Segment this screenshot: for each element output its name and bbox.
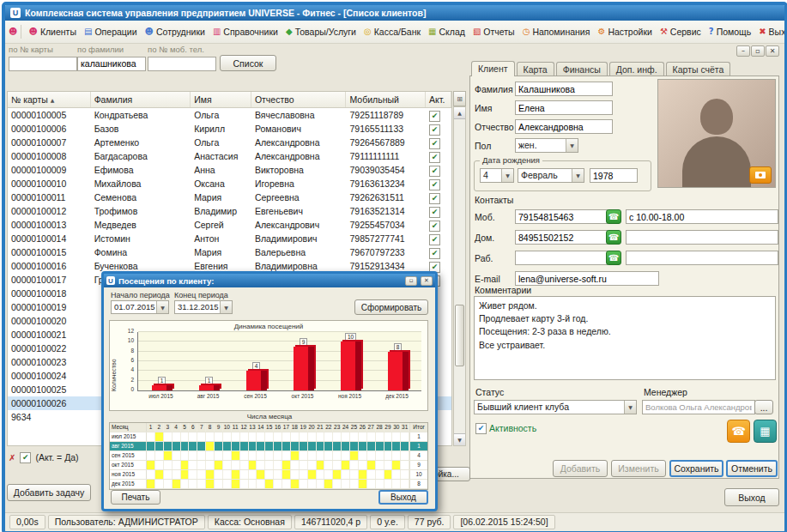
menu-item-reminders[interactable]: ◷Напоминания <box>519 24 594 39</box>
menu-item-reports[interactable]: ▧Отчеты <box>469 24 518 39</box>
act-checkbox[interactable]: ✔ <box>429 234 440 245</box>
menu-item-goods[interactable]: ◆Товары/Услуги <box>282 24 360 39</box>
chevron-down-icon[interactable]: ▼ <box>501 169 513 182</box>
menu-item-settings[interactable]: ⚙Настройки <box>594 24 655 39</box>
home-note-field[interactable] <box>626 230 778 245</box>
tab-finance[interactable]: Финансы <box>556 62 608 76</box>
column-header-name[interactable]: Имя <box>191 92 251 107</box>
call-mobile-button[interactable]: ☎ <box>606 209 621 224</box>
table-row[interactable]: 00000100012ТрофимовВладимирЕвгеньевич791… <box>8 204 451 218</box>
edit-button[interactable]: Изменить <box>611 460 666 477</box>
camera-button[interactable] <box>749 166 772 184</box>
birth-month-select[interactable]: Февраль ▼ <box>518 168 584 183</box>
menu-item-clients[interactable]: ☻Клиенты <box>25 24 80 39</box>
minimize-icon[interactable]: – <box>736 45 750 57</box>
cancel-button[interactable]: Отменить <box>726 460 778 477</box>
chevron-down-icon[interactable]: ▼ <box>572 169 584 182</box>
act-checkbox[interactable]: ✔ <box>429 193 440 204</box>
close-icon[interactable]: ✕ <box>766 45 779 57</box>
list-button[interactable]: Список <box>220 55 276 71</box>
act-checkbox[interactable]: ✔ <box>429 248 440 259</box>
visits-popup-titlebar[interactable]: U Посещения по клиенту: ▫ ✕ <box>104 274 435 287</box>
manager-more-button[interactable]: ... <box>754 400 773 414</box>
filter-phone-input[interactable] <box>148 57 216 71</box>
active-filter-checkbox[interactable]: ✔ <box>20 452 31 463</box>
status-select[interactable]: Бывший клиент клуба ▼ <box>474 400 637 414</box>
act-checkbox[interactable]: ✔ <box>429 179 440 190</box>
titlebar[interactable]: U Комплексная система управления предпри… <box>5 5 784 21</box>
call-client-button[interactable]: ☎ <box>727 420 750 443</box>
column-header-mobile[interactable]: Мобильный <box>346 92 426 107</box>
column-header-surname[interactable]: Фамилия <box>91 92 191 107</box>
calendar-month-row[interactable]: ноя 201510 <box>110 470 427 480</box>
clients-quick-icon[interactable]: ☻ <box>9 27 17 36</box>
act-checkbox[interactable]: ✔ <box>429 152 440 163</box>
tab-card[interactable]: Карта <box>517 62 554 76</box>
menu-item-service[interactable]: ⚒Сервис <box>657 24 705 39</box>
column-options-button[interactable]: ⊞ <box>453 91 466 106</box>
act-checkbox[interactable]: ✔ <box>429 166 440 177</box>
menu-item-directories[interactable]: ▥Справочники <box>209 24 282 39</box>
calendar-month-row[interactable]: окт 20159 <box>110 461 427 470</box>
patronymic-field[interactable] <box>515 119 613 134</box>
calendar-month-row[interactable]: июл 20151 <box>110 432 427 442</box>
work-note-field[interactable] <box>626 251 778 265</box>
calendar-month-row[interactable]: авг 20151 <box>110 442 427 451</box>
activity-checkbox[interactable]: ✔ <box>475 423 487 434</box>
work-phone-field[interactable] <box>515 251 608 265</box>
filter-surname-input[interactable] <box>77 57 146 71</box>
call-home-button[interactable]: ☎ <box>606 230 621 245</box>
tab-client[interactable]: Клиент <box>471 61 515 76</box>
menu-item-warehouse[interactable]: ▦Склад <box>425 24 469 39</box>
mobile-field[interactable] <box>515 209 608 224</box>
exit-button[interactable]: Выход <box>724 488 779 506</box>
chevron-down-icon[interactable]: ▼ <box>566 139 578 152</box>
popup-maximize-icon[interactable]: ▫ <box>405 276 417 286</box>
chevron-down-icon[interactable]: ▼ <box>156 301 168 313</box>
period-start-select[interactable]: 01.07.2015 ▼ <box>111 300 169 314</box>
mobile-note-field[interactable] <box>626 209 778 224</box>
email-field[interactable] <box>515 271 659 286</box>
tab-account-cards[interactable]: Карты счёта <box>666 62 731 76</box>
tab-extra-info[interactable]: Доп. инф. <box>609 62 664 76</box>
table-row[interactable]: 00000100005КондратьеваОльгаВячеславовна7… <box>8 108 451 122</box>
column-header-act[interactable]: Акт. <box>426 92 451 107</box>
menu-item-cash[interactable]: ◎Касса/Банк <box>360 24 424 39</box>
act-checkbox[interactable]: ✔ <box>429 111 440 122</box>
maximize-icon[interactable]: ▫ <box>751 45 765 57</box>
calendar-month-row[interactable]: сен 20154 <box>110 451 427 461</box>
table-row[interactable]: 00000100014ИстоминАнтонВладимирович79857… <box>8 232 451 245</box>
table-scrollbar[interactable]: ▲ ▼ <box>453 106 466 446</box>
chevron-down-icon[interactable]: ▼ <box>624 401 636 414</box>
gender-select[interactable]: жен. ▼ <box>515 138 578 153</box>
calendar-month-row[interactable]: дек 20158 <box>110 480 427 489</box>
chevron-down-icon[interactable]: ▼ <box>220 301 232 313</box>
table-row[interactable]: 00000100015ФоминаМарияВалерьевна79670797… <box>8 245 451 259</box>
name-field[interactable] <box>515 100 613 115</box>
act-checkbox[interactable]: ✔ <box>429 138 440 149</box>
home-phone-field[interactable] <box>515 230 608 245</box>
menu-item-help[interactable]: ?Помощь <box>705 24 754 39</box>
birth-year-field[interactable] <box>590 168 638 183</box>
clear-filter-icon[interactable]: ✗ <box>9 453 15 462</box>
surname-field[interactable] <box>515 82 613 96</box>
table-row[interactable]: 00000100006БазовКириллРоманович791655111… <box>8 122 451 136</box>
table-row[interactable]: 00000100011СеменоваМарияСергеевна7926263… <box>8 190 451 204</box>
print-button[interactable]: Печать <box>111 490 160 505</box>
act-checkbox[interactable]: ✔ <box>429 221 440 232</box>
table-row[interactable]: 00000100009ЕфимоваАннаВикторовна79039035… <box>8 163 451 177</box>
save-button[interactable]: Сохранить <box>669 460 723 477</box>
menu-item-exit[interactable]: ✖Выход <box>755 24 784 39</box>
scroll-thumb[interactable] <box>455 305 464 366</box>
generate-button[interactable]: Сформировать <box>354 299 428 315</box>
scroll-down-icon[interactable]: ▼ <box>454 433 465 445</box>
table-row[interactable]: 00000100013МедведевСергейАлександрович79… <box>8 218 451 232</box>
column-header-card[interactable]: № карты▲ <box>8 92 91 107</box>
act-checkbox[interactable]: ✔ <box>429 124 440 136</box>
birth-day-select[interactable]: 4 ▼ <box>480 168 514 183</box>
comments-box[interactable]: Живет рядом. Продлевает карту 3-й год. П… <box>474 296 776 380</box>
period-end-select[interactable]: 31.12.2015 ▼ <box>174 300 233 314</box>
act-checkbox[interactable]: ✔ <box>429 207 440 218</box>
filter-card-input[interactable] <box>9 57 77 71</box>
basket-button[interactable]: ▦ <box>754 420 777 443</box>
